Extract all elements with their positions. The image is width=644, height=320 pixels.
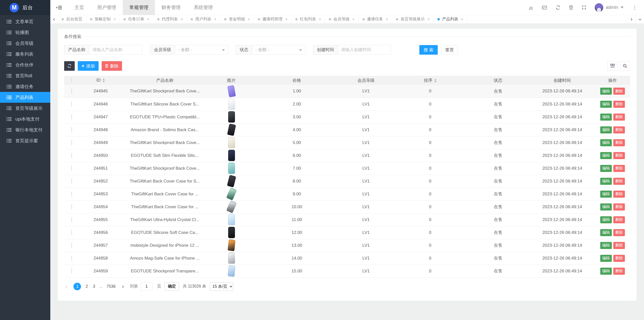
- delete-button[interactable]: 删除: [102, 61, 122, 71]
- sidebar-item[interactable]: 服务列表: [0, 49, 50, 59]
- product-name-input[interactable]: [89, 45, 142, 55]
- product-image[interactable]: [228, 265, 235, 277]
- tab-close-icon[interactable]: ×: [285, 17, 288, 22]
- edit-button[interactable]: 编辑: [600, 203, 612, 210]
- tab-close-icon[interactable]: ×: [427, 17, 430, 22]
- row-delete-button[interactable]: 删除: [613, 242, 625, 249]
- page-1-button[interactable]: 1: [73, 283, 81, 290]
- goto-confirm-button[interactable]: 确定: [165, 282, 179, 291]
- page-prev-icon[interactable]: ‹: [66, 283, 67, 290]
- collapse-sidebar-icon[interactable]: [50, 5, 68, 10]
- tabs-next-icon[interactable]: [627, 15, 635, 23]
- row-checkbox[interactable]: [71, 153, 72, 158]
- tab-close-icon[interactable]: ×: [113, 17, 116, 22]
- page-tab[interactable]: 代理列表 ×: [153, 15, 187, 23]
- product-image[interactable]: [227, 85, 236, 97]
- col-header-sort[interactable]: 排序: [394, 76, 467, 85]
- tab-close-icon[interactable]: ×: [461, 17, 463, 22]
- row-delete-button[interactable]: 删除: [613, 229, 625, 236]
- sidebar-item[interactable]: 合作伙伴: [0, 59, 50, 70]
- row-checkbox[interactable]: [71, 114, 72, 120]
- topnav-item[interactable]: 常规管理: [123, 0, 155, 15]
- edit-button[interactable]: 编辑: [600, 152, 612, 159]
- topnav-item[interactable]: 财务管理: [155, 0, 187, 15]
- sort-icon[interactable]: [434, 79, 437, 83]
- tab-close-icon[interactable]: ×: [319, 17, 321, 22]
- edit-button[interactable]: 编辑: [600, 101, 612, 108]
- search-button[interactable]: 搜 索: [419, 45, 438, 55]
- tab-close-icon[interactable]: ×: [181, 17, 183, 22]
- member-level-select[interactable]: - 全部 -: [175, 45, 228, 55]
- row-delete-button[interactable]: 删除: [613, 139, 625, 146]
- row-delete-button[interactable]: 删除: [613, 88, 625, 95]
- row-checkbox[interactable]: [71, 230, 72, 235]
- product-image[interactable]: [228, 137, 235, 148]
- edit-button[interactable]: 编辑: [600, 126, 612, 133]
- page-size-select[interactable]: 15 条/页: [210, 282, 233, 291]
- fullscreen-icon[interactable]: [582, 5, 586, 10]
- page-tab[interactable]: 用户列表 ×: [187, 15, 220, 23]
- row-delete-button[interactable]: 删除: [613, 126, 625, 133]
- columns-toggle-icon[interactable]: [608, 61, 618, 71]
- page-tab[interactable]: 产品列表 ×: [434, 15, 467, 23]
- trash-icon[interactable]: [569, 5, 573, 10]
- select-all-checkbox[interactable]: [71, 78, 72, 83]
- tab-close-icon[interactable]: ×: [248, 17, 250, 22]
- row-checkbox[interactable]: [71, 268, 72, 274]
- tab-close-icon[interactable]: ×: [352, 17, 354, 22]
- edit-button[interactable]: 编辑: [600, 242, 612, 249]
- tab-close-icon[interactable]: ×: [214, 17, 216, 22]
- product-image[interactable]: [226, 188, 237, 200]
- edit-button[interactable]: 编辑: [600, 88, 612, 95]
- page-tab[interactable]: 策略定制 ×: [86, 15, 120, 23]
- page-tab[interactable]: 红包列表 ×: [292, 15, 325, 23]
- product-image[interactable]: [228, 111, 235, 123]
- page-tab[interactable]: 任务订单 ×: [120, 15, 153, 23]
- row-checkbox[interactable]: [71, 140, 72, 145]
- row-delete-button[interactable]: 删除: [613, 268, 625, 275]
- row-delete-button[interactable]: 删除: [613, 255, 625, 262]
- product-image[interactable]: [227, 124, 236, 136]
- product-image[interactable]: [227, 175, 236, 187]
- row-checkbox[interactable]: [71, 88, 72, 94]
- avatar[interactable]: [595, 3, 603, 12]
- edit-button[interactable]: 编辑: [600, 216, 612, 223]
- page-next-icon[interactable]: ›: [122, 283, 124, 290]
- row-delete-button[interactable]: 删除: [613, 191, 625, 198]
- row-checkbox[interactable]: [71, 217, 72, 222]
- product-image[interactable]: [227, 239, 235, 252]
- sidebar-item[interactable]: 产品列表: [0, 92, 50, 103]
- topnav-item[interactable]: 用户管理: [91, 0, 123, 15]
- sidebar-item[interactable]: 邀请任务: [0, 81, 50, 92]
- refresh-icon[interactable]: [555, 5, 560, 10]
- row-checkbox[interactable]: [71, 256, 72, 261]
- tab-close-icon[interactable]: ×: [147, 17, 149, 22]
- goto-page-input[interactable]: [140, 282, 152, 291]
- add-button[interactable]: + 添加: [78, 61, 99, 71]
- row-checkbox[interactable]: [71, 204, 72, 209]
- edit-button[interactable]: 编辑: [600, 178, 612, 185]
- row-checkbox[interactable]: [71, 179, 72, 184]
- sidebar-item[interactable]: upi本地支付: [0, 114, 50, 124]
- row-delete-button[interactable]: 删除: [613, 101, 625, 108]
- product-image[interactable]: [226, 200, 237, 213]
- row-checkbox[interactable]: [71, 166, 72, 171]
- sidebar-item[interactable]: 首页等级展示: [0, 103, 50, 114]
- row-checkbox[interactable]: [71, 101, 72, 107]
- row-checkbox[interactable]: [71, 127, 72, 132]
- row-delete-button[interactable]: 删除: [613, 114, 625, 121]
- created-time-input[interactable]: [338, 45, 391, 55]
- sidebar-item[interactable]: 会员等级: [0, 38, 50, 49]
- sidebar-item[interactable]: 轮播图: [0, 27, 50, 38]
- user-menu[interactable]: admin: [595, 3, 624, 12]
- chart-icon[interactable]: [529, 5, 534, 10]
- edit-button[interactable]: 编辑: [600, 114, 612, 121]
- tab-close-icon[interactable]: ×: [386, 17, 388, 22]
- tabs-scroll-left-icon[interactable]: [50, 15, 58, 23]
- product-image[interactable]: [228, 163, 235, 174]
- tabs-menu-icon[interactable]: [635, 15, 644, 23]
- row-delete-button[interactable]: 删除: [613, 165, 625, 172]
- page-tab[interactable]: 邀请任务 ×: [359, 15, 392, 23]
- status-select[interactable]: - 全部 -: [252, 45, 305, 55]
- product-image[interactable]: [228, 98, 235, 110]
